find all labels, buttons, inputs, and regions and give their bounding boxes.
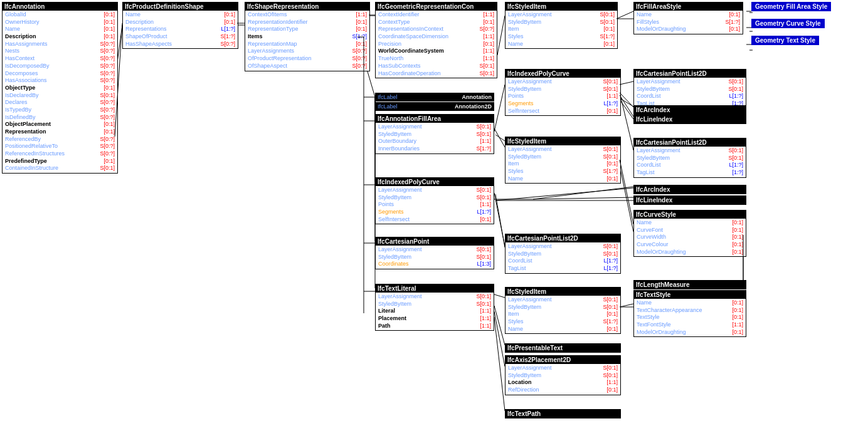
box-ifc-fill-area-style: IfcFillAreaStyle Name[0:1] FillStylesS[1… xyxy=(633,2,743,34)
box-body-indexed-poly-curve-1: LayerAssignmentS[0:1] StyledByItemS[0:1]… xyxy=(505,78,620,115)
svg-line-42 xyxy=(620,93,633,107)
box-body-product-definition-shape: Name[0:1] Description[0:1] Representatio… xyxy=(123,11,238,48)
field-pds-hasshapeaspects: HasShapeAspectsS[0:?] xyxy=(124,41,236,48)
box-header-geometric-rep-context: IfcGeometricRepresentationCon xyxy=(376,3,497,11)
field-isdecomposedby: IsDecomposedByS[0:?] xyxy=(4,63,116,70)
diagram-container: IfcAnnotation GlobalId[0:1] OwnerHistory… xyxy=(0,0,868,426)
field-fas-fillstyles: FillStylesS[1:?] xyxy=(635,19,741,26)
field-referencedinstructures: ReferencedInStructuresS[0:?] xyxy=(4,150,116,158)
box-ifc-geometric-rep-context: IfcGeometricRepresentationCon ContextIde… xyxy=(375,2,497,78)
field-pds-description: Description[0:1] xyxy=(124,19,236,26)
field-ipc1-layerassign: LayerAssignmentS[0:1] xyxy=(507,78,619,86)
field-hasassociations: HasAssociationsS[0:?] xyxy=(4,77,116,85)
box-ifc-arc-index-2: IfcArcIndex xyxy=(633,185,746,194)
box-header-text-path: IfcTextPath xyxy=(505,410,620,418)
box-ifc-presentable-text: IfcPresentableText xyxy=(505,343,621,353)
field-si1-styles: StylesS[1:?] xyxy=(507,33,616,41)
field-si1-item: Item[0:1] xyxy=(507,26,616,33)
field-sr-repidentifier: RepresentationIdentifier[0:1] xyxy=(246,19,368,26)
box-ifc-text-path: IfcTextPath xyxy=(505,409,621,418)
box-header-arc-index-1: IfcArcIndex xyxy=(634,106,746,114)
field-grc-contexttype: ContextType[0:1] xyxy=(377,19,495,26)
field-cpl3-layerassign: LayerAssignmentS[0:1] xyxy=(635,147,744,155)
field-cpl1-layerassign: LayerAssignmentS[0:1] xyxy=(635,78,744,86)
box-ifc-cartesian-point-list-2d-3: IfcCartesianPointList2D LayerAssignmentS… xyxy=(633,138,746,178)
box-body-styled-item-1: LayerAssignmentS[0:1] StyledByItemS[0:1]… xyxy=(505,11,617,48)
field-si3-name: Name[0:1] xyxy=(507,326,619,333)
svg-line-53 xyxy=(494,311,505,366)
field-sr-ofproductrep: OfProductRepresentationS[0:?] xyxy=(246,55,368,63)
field-tl-path: Path[1:1] xyxy=(377,323,492,330)
field-objectplacement: ObjectPlacement[0:1] xyxy=(4,121,116,128)
box-body-shape-representation: ContextOfItems[1:1] RepresentationIdenti… xyxy=(245,11,369,71)
field-afa-outerboundary: OuterBoundary[1:1] xyxy=(377,138,492,145)
field-isdeclaredby: IsDeclaredByS[0:1] xyxy=(4,92,116,100)
box-ifc-length-measure: IfcLengthMeasure xyxy=(633,280,746,289)
box-header-text-style: IfcTextStyle xyxy=(634,291,746,299)
field-cs-modelordraughting: ModelOrDraughting[0:1] xyxy=(635,249,744,256)
field-cs-curvewidth: CurveWidth[0:1] xyxy=(635,234,744,241)
field-sr-contextofitems: ContextOfItems[1:1] xyxy=(246,11,368,19)
box-ifc-annotation: IfcAnnotation GlobalId[0:1] OwnerHistory… xyxy=(2,2,118,174)
field-ts-modelordraughting: ModelOrDraughting[0:1] xyxy=(635,329,744,336)
field-hasassignments: HasAssignmentsS[0:?] xyxy=(4,41,116,48)
field-objecttype: ObjectType[0:1] xyxy=(4,85,116,92)
svg-line-34 xyxy=(497,16,505,55)
field-si1-styledbyitem: StyledByItemS[0:1] xyxy=(507,19,616,26)
field-ts-textfontstyle: TextFontStyle[1:1] xyxy=(635,321,744,329)
field-cpl1-styledbyitem: StyledByItemS[0:1] xyxy=(635,86,744,93)
box-body-fill-area-style: Name[0:1] FillStylesS[1:?] ModelOrDraugh… xyxy=(634,11,743,34)
field-cs-name: Name[0:1] xyxy=(635,219,744,227)
svg-line-44 xyxy=(494,85,505,132)
field-ipc1-styledbyitem: StyledByItemS[0:1] xyxy=(507,86,619,93)
field-sr-ofshapeaspect: OfShapeAspectS[0:?] xyxy=(246,63,368,70)
svg-line-48 xyxy=(533,197,633,199)
label-annotation: IfcLabel Annotation xyxy=(375,93,494,101)
box-ifc-curve-style: IfcCurveStyle Name[0:1] CurveFont[0:1] C… xyxy=(633,210,746,257)
box-body-geometric-rep-context: ContextIdentifier[1:1] ContextType[0:1] … xyxy=(376,11,497,78)
field-si3-item: Item[0:1] xyxy=(507,311,619,318)
field-cpl3-styledbyitem: StyledByItemS[0:1] xyxy=(635,155,744,162)
field-isdefinedby: IsDefinedByS[0:?] xyxy=(4,114,116,122)
field-pds-representations: RepresentationsL[1:?] xyxy=(124,26,236,33)
svg-line-16 xyxy=(495,188,633,200)
field-cpl1-coordlist: CoordListL[1:?] xyxy=(635,93,744,100)
field-tl-placement: Placement[1:1] xyxy=(377,315,492,323)
field-si2-styledbyitem: StyledByItemS[0:1] xyxy=(507,153,619,161)
box-ifc-cartesian-point-list-2d-1: IfcCartesianPointList2D LayerAssignmentS… xyxy=(633,69,746,109)
box-body-curve-style: Name[0:1] CurveFont[0:1] CurveWidth[0:1]… xyxy=(634,219,746,256)
svg-line-47 xyxy=(533,187,633,199)
field-nests: NestsS[0:?] xyxy=(4,48,116,55)
field-grc-worldcoordsys: WorldCoordinateSystem[1:1] xyxy=(377,48,495,55)
field-hascontext: HasContextS[0:?] xyxy=(4,55,116,63)
svg-line-15 xyxy=(495,194,505,247)
field-ipc2-segments: SegmentsL[1:?] xyxy=(377,209,492,216)
box-header-length-measure: IfcLengthMeasure xyxy=(634,281,746,289)
box-ifc-indexed-poly-curve-1: IfcIndexedPolyCurve LayerAssignmentS[0:1… xyxy=(505,69,621,116)
field-containedinstructure: ContainedInStructureS[0:1] xyxy=(4,165,116,172)
field-globalid: GlobalId[0:1] xyxy=(4,11,116,19)
box-header-indexed-poly-curve-1: IfcIndexedPolyCurve xyxy=(505,70,620,78)
field-tl-layerassign: LayerAssignmentS[0:1] xyxy=(377,293,492,301)
box-body-cartesian-point: LayerAssignmentS[0:1] StyledByItemS[0:1]… xyxy=(376,246,494,269)
field-ipc1-points: Points[1:1] xyxy=(507,93,619,100)
field-si3-styles: StylesS[1:?] xyxy=(507,318,619,326)
field-ts-textstyle: TextStyle[0:1] xyxy=(635,314,744,321)
field-afa-styledbyitem: StyledByItemS[0:1] xyxy=(377,131,492,138)
box-ifc-indexed-poly-curve-2: IfcIndexedPolyCurve LayerAssignmentS[0:1… xyxy=(375,177,494,224)
box-header-styled-item-2: IfcStyledItem xyxy=(505,137,620,145)
field-ipc1-segments: SegmentsL[1:?] xyxy=(507,100,619,108)
field-si2-styles: StylesS[1:?] xyxy=(507,168,619,175)
box-ifc-axis2-placement-2d: IfcAxis2Placement2D LayerAssignmentS[0:1… xyxy=(505,355,621,395)
box-header-cartesian-point-list-2d-2: IfcCartesianPointList2D xyxy=(505,234,620,242)
field-pds-name: Name[0:1] xyxy=(124,11,236,19)
field-sr-items: ItemsS[1:?] xyxy=(246,33,368,41)
box-header-shape-representation: IfcShapeRepresentation xyxy=(245,3,369,11)
box-ifc-cartesian-point: IfcCartesianPoint LayerAssignmentS[0:1] … xyxy=(375,237,494,269)
field-ts-name: Name[0:1] xyxy=(635,299,744,307)
field-cp-coordinates: CoordinatesL[1:3] xyxy=(377,261,492,268)
field-sr-layerassign: LayerAssignmentsS[0:?] xyxy=(246,48,368,55)
field-decomposes: DecomposesS[0:?] xyxy=(4,70,116,78)
box-ifc-line-index-1: IfcLineIndex xyxy=(633,115,746,124)
svg-line-43 xyxy=(620,95,633,117)
